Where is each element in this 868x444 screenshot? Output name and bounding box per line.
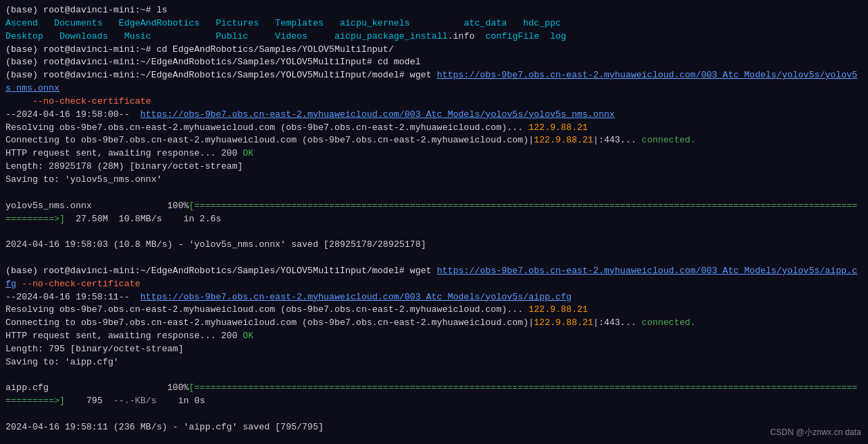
cd-cmd-2: (base) root@davinci-mini:~/EdgeAndRoboti… xyxy=(6,56,862,69)
wget-length-1: Length: 28925178 (28M) [binary/octet-str… xyxy=(6,160,862,174)
wget-date-2: --2024-04-16 19:58:11-- https://obs-9be7… xyxy=(6,291,862,304)
ls-output-2: Desktop Downloads Music Public Videos ai… xyxy=(6,30,862,44)
wget-resolving-1: Resolving obs-9be7.obs.cn-east-2.myhuawe… xyxy=(6,122,862,135)
blank-2 xyxy=(6,225,862,239)
wget-http-2: HTTP request sent, awaiting response... … xyxy=(6,330,862,343)
wget-progress-2: aipp.cfg 100%[==========================… xyxy=(6,382,862,408)
wget-date-1: --2024-04-16 19:58:00-- https://obs-9be7… xyxy=(6,109,862,122)
wget-connecting-2: Connecting to obs-9be7.obs.cn-east-2.myh… xyxy=(6,317,862,330)
cd-cmd-1: (base) root@davinci-mini:~# cd EdgeAndRo… xyxy=(6,44,862,57)
wget-length-2: Length: 795 [binary/octet-stream] xyxy=(6,343,862,356)
blank-4 xyxy=(6,369,862,382)
wget-saved-1: 2024-04-16 19:58:03 (10.8 MB/s) - 'yolov… xyxy=(6,239,862,252)
blank-3 xyxy=(6,252,862,265)
no-check-line-1: --no-check-certificate xyxy=(6,95,862,109)
watermark: CSDN @小znwx.cn data xyxy=(770,427,861,438)
blank-1 xyxy=(6,187,862,200)
ls-output-1: Ascend Documents EdgeAndRobotics Picture… xyxy=(6,17,862,30)
blank-6 xyxy=(6,434,862,444)
wget-resolving-2: Resolving obs-9be7.obs.cn-east-2.myhuawe… xyxy=(6,304,862,317)
wget-cmd-1: (base) root@davinci-mini:~/EdgeAndRoboti… xyxy=(6,69,862,95)
wget-saving-2: Saving to: 'aipp.cfg' xyxy=(6,356,862,369)
blank-5 xyxy=(6,408,862,421)
wget-saving-1: Saving to: 'yolov5s_nms.onnx' xyxy=(6,174,862,187)
terminal-window: (base) root@davinci-mini:~# ls Ascend Do… xyxy=(0,0,868,444)
wget-cmd-2: (base) root@davinci-mini:~/EdgeAndRoboti… xyxy=(6,265,862,291)
wget-http-1: HTTP request sent, awaiting response... … xyxy=(6,147,862,160)
wget-connecting-1: Connecting to obs-9be7.obs.cn-east-2.myh… xyxy=(6,134,862,147)
wget-saved-2: 2024-04-16 19:58:11 (236 MB/s) - 'aipp.c… xyxy=(6,421,862,434)
ls-command-line: (base) root@davinci-mini:~# ls xyxy=(6,4,862,17)
wget-progress-1: yolov5s_nms.onnx 100%[==================… xyxy=(6,200,862,226)
